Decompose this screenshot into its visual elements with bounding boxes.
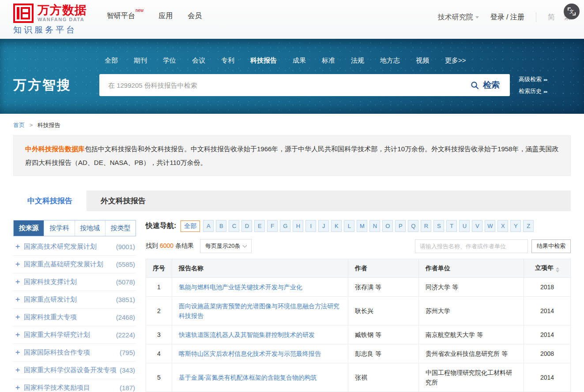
quicknav-letter-O[interactable]: O [382,220,393,232]
breadcrumb-home-link[interactable]: 首页 [13,122,25,128]
new-badge: new [136,8,143,13]
logo-title-en: WANFANG DATA [38,17,87,22]
sidebar-item[interactable]: ＋国家重点研发计划(3851) [13,291,136,309]
search-input[interactable] [99,74,460,96]
lang-simplified-button[interactable]: 简 [548,13,555,22]
quicknav-letter-H[interactable]: H [293,220,303,232]
plus-icon: ＋ [14,313,21,322]
quicknav-letter-R[interactable]: R [421,220,431,232]
banner-tab-成果[interactable]: 成果 [293,56,306,65]
filter-tab-按学科[interactable]: 按学科 [44,220,74,236]
quicknav-letter-C[interactable]: C [229,220,239,232]
cell-title: 面向设施蔬菜病害预警的光谱图像与环境信息融合方法研究科技报告 [172,297,348,325]
banner-tab-期刊[interactable]: 期刊 [134,56,147,65]
banner-tab-地方志[interactable]: 地方志 [380,56,400,65]
filter-tab-按地域[interactable]: 按地域 [75,220,105,236]
quicknav-letter-I[interactable]: I [305,220,316,232]
report-title-link[interactable]: 快速轨道医流机器人及其智能集群控制技术的研发 [179,331,315,338]
quicknav-letter-M[interactable]: M [357,220,367,232]
plus-icon: ＋ [14,330,21,340]
page-size-select[interactable]: 每页显示20条 [200,239,252,253]
search-history-link[interactable]: 检索历史▸▸ [519,87,547,95]
logo-title: 万方数据 [38,4,87,16]
banner-tab-会议[interactable]: 会议 [192,56,205,65]
sidebar-item[interactable]: ＋国家重大科学研究计划(2224) [13,326,136,344]
banner-tab-科技报告[interactable]: 科技报告 [250,56,277,65]
advanced-search-link[interactable]: 高级检索▸▸ [519,75,547,83]
quicknav-letter-G[interactable]: G [280,220,290,232]
login-register-link[interactable]: 登录 / 注册 [490,13,524,22]
translate-button[interactable]: 文 [564,4,580,19]
sidebar-item[interactable]: ＋国家科学技术奖励项目(187) [13,379,136,392]
quicknav-letter-E[interactable]: E [254,220,265,232]
sort-icon[interactable] [556,267,559,273]
tab-foreign-reports[interactable]: 外文科技报告 [87,190,160,211]
quicknav-letter-J[interactable]: J [318,220,329,232]
banner-tab-专利[interactable]: 专利 [221,56,234,65]
quicknav-all-button[interactable]: 全部 [181,220,200,232]
table-row: 2面向设施蔬菜病害预警的光谱图像与环境信息融合方法研究科技报告耿长兴苏州大学20… [146,297,571,325]
quicknav-letter-P[interactable]: P [395,220,406,232]
filter-tab-按来源[interactable]: 按来源 [14,220,44,236]
site-header: 万方数据 WANFANG DATA 知识服务平台 智研平台new应用会员 技术研… [0,0,584,39]
report-title-link[interactable]: 基于金属-富氮类有机配体框架的含能复合物的构筑 [179,374,317,381]
breadcrumb-current: 科技报告 [38,122,60,128]
table-row: 5基于金属-富氮类有机配体框架的含能复合物的构筑张祺中国工程物理研究院化工材料研… [146,363,571,392]
tab-chinese-reports[interactable]: 中文科技报告 [13,190,87,211]
search-button[interactable]: 检索 [460,74,510,96]
quicknav-letter-V[interactable]: V [472,220,482,232]
report-title-link[interactable]: 氢能与燃料电池产业链关键技术开发与产业化 [179,284,302,291]
wanfang-logo[interactable]: 万方数据 WANFANG DATA 知识服务平台 [13,4,87,36]
banner-tab-学位[interactable]: 学位 [163,56,176,65]
quicknav-letter-X[interactable]: X [497,220,508,232]
sidebar-item[interactable]: ＋国家科技支撑计划(5078) [13,273,136,291]
top-nav-item-智研平台[interactable]: 智研平台new [107,11,143,21]
quicknav-letter-Q[interactable]: Q [408,220,418,232]
banner-tab-法规[interactable]: 法规 [351,56,364,65]
top-nav-item-会员[interactable]: 会员 [188,11,202,21]
sidebar-item[interactable]: ＋国家科技重大专项(2468) [13,309,136,326]
quicknav-letter-B[interactable]: B [216,220,226,232]
quicknav-letter-F[interactable]: F [267,220,278,232]
banner-tab-全部[interactable]: 全部 [105,56,118,65]
report-title-link[interactable]: 喀斯特山区灾后农村信息化技术开发与示范最终报告 [179,350,321,357]
quicknav-letter-N[interactable]: N [369,220,380,232]
sidebar-item-count: (5585) [116,261,135,268]
refine-search-input[interactable] [415,239,528,253]
refine-search-button[interactable]: 结果中检索 [531,239,571,253]
quicknav-letter-T[interactable]: T [446,220,457,232]
sidebar-item[interactable]: ＋国家国际科技合作专项(795) [13,344,136,362]
logo-subtitle: 知识服务平台 [13,24,87,36]
results-bar: 找到 6000 条结果 每页显示20条 结果中检索 [146,239,571,253]
quicknav-letter-A[interactable]: A [203,220,214,232]
quicknav-letter-Y[interactable]: Y [510,220,521,232]
sidebar-item-count: (2224) [116,331,135,339]
cell-index: 4 [146,344,172,363]
results-count: 找到 6000 条结果 [146,242,194,250]
intro-text: 包括中文科技报告和外文科技报告。中文科技报告收录始于1966年，源于中华人民共和… [25,145,558,166]
top-nav: 智研平台new应用会员 [107,11,202,21]
intro-highlight: 中外科技报告数据库 [25,145,85,153]
filter-tab-按类型[interactable]: 按类型 [105,220,136,236]
sidebar-item[interactable]: ＋国家重点基础研究发展计划(5585) [13,256,136,273]
cell-index: 1 [146,278,172,297]
quicknav-letter-W[interactable]: W [485,220,495,232]
sidebar-item[interactable]: ＋国家高技术研究发展计划(9001) [13,238,136,256]
top-nav-item-应用[interactable]: 应用 [158,11,173,21]
cell-year: 2014 [524,363,571,392]
report-title-link[interactable]: 面向设施蔬菜病害预警的光谱图像与环境信息融合方法研究科技报告 [179,302,339,319]
cell-index: 3 [146,325,172,344]
quicknav-letter-D[interactable]: D [241,220,252,232]
banner-tab-视频[interactable]: 视频 [416,56,429,65]
quicknav-letter-U[interactable]: U [459,220,470,232]
banner-tab-标准[interactable]: 标准 [322,56,335,65]
sidebar-item[interactable]: ＋国家重大科学仪器设备开发专项(343) [13,362,136,379]
quicknav-letter-L[interactable]: L [344,220,354,232]
cell-year: 2018 [524,278,571,297]
banner-tab-更多>>[interactable]: 更多>> [445,56,466,65]
quicknav-letter-K[interactable]: K [331,220,342,232]
quicknav-letter-S[interactable]: S [433,220,444,232]
table-row: 3快速轨道医流机器人及其智能集群控制技术的研发臧铁钢 等南京航空航天大学 等20… [146,325,571,344]
institution-dropdown[interactable]: 技术研究院 [438,13,479,22]
quicknav-letter-Z[interactable]: Z [523,220,534,232]
